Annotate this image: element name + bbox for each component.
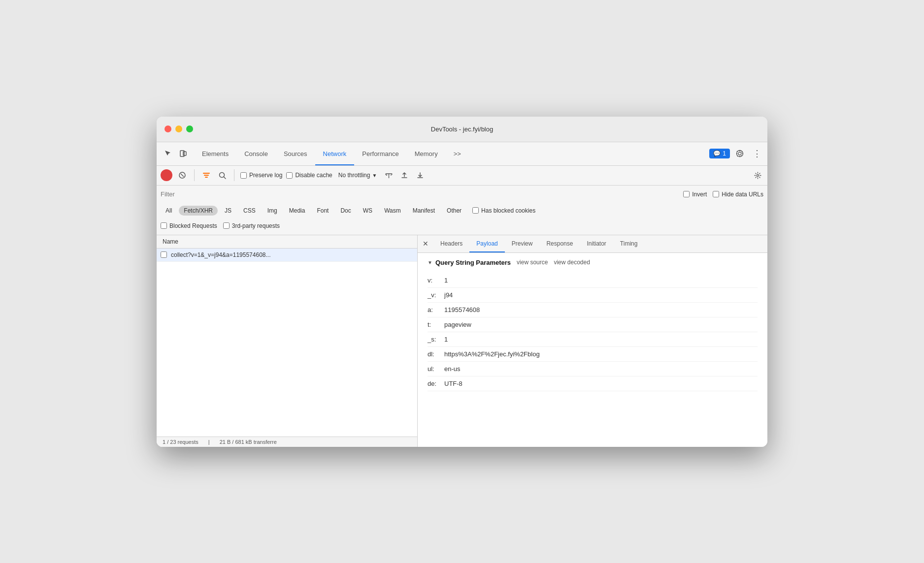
network-gear-icon[interactable] [752, 169, 763, 181]
tab-nav: Elements Console Sources Network Perform… [194, 142, 709, 165]
filter-bar: Invert Hide data URLs All Fetch/XHR JS C… [157, 186, 767, 235]
filter-ws[interactable]: WS [358, 206, 377, 216]
minimize-button[interactable] [175, 125, 182, 132]
filter-doc[interactable]: Doc [335, 206, 356, 216]
maximize-button[interactable] [186, 125, 193, 132]
invert-checkbox[interactable] [683, 191, 690, 197]
requests-panel: Name collect?v=1&_v=j94&a=1195574608... … [157, 235, 418, 447]
filter-other[interactable]: Other [442, 206, 466, 216]
svg-line-5 [224, 177, 226, 179]
list-item: _s: 1 [428, 332, 758, 347]
toolbar-icons [161, 147, 190, 160]
window-title: DevTools - jec.fyi/blog [431, 125, 493, 133]
search-icon[interactable] [216, 169, 228, 181]
tab-performance[interactable]: Performance [354, 142, 406, 165]
blocked-cookies-label[interactable]: Has blocked cookies [472, 207, 535, 214]
more-options-icon[interactable]: ⋮ [750, 147, 763, 160]
filter-fetch-xhr[interactable]: Fetch/XHR [179, 206, 218, 216]
requests-list: collect?v=1&_v=j94&a=1195574608... [157, 249, 417, 437]
hide-data-urls-label[interactable]: Hide data URLs [713, 191, 763, 198]
divider2 [234, 169, 234, 181]
preserve-log-checkbox[interactable] [240, 172, 247, 179]
list-item: ul: en-us [428, 362, 758, 376]
blocked-requests-label[interactable]: Blocked Requests [161, 222, 217, 229]
request-checkbox[interactable] [161, 251, 167, 258]
list-item: t: pageview [428, 317, 758, 332]
disable-cache-checkbox[interactable] [286, 172, 293, 179]
throttle-dropdown[interactable]: No throttling ▼ [336, 171, 379, 180]
filter-wasm[interactable]: Wasm [379, 206, 406, 216]
content-area: Name collect?v=1&_v=j94&a=1195574608... … [157, 235, 767, 447]
tab-more[interactable]: >> [446, 142, 469, 165]
main-toolbar: Elements Console Sources Network Perform… [157, 142, 767, 166]
filter-js[interactable]: JS [220, 206, 236, 216]
tab-console[interactable]: Console [236, 142, 276, 165]
upload-icon[interactable] [398, 169, 410, 181]
preserve-log-label[interactable]: Preserve log [240, 172, 282, 179]
svg-line-3 [181, 174, 184, 177]
network-settings-icon[interactable] [383, 169, 395, 181]
filter-row2: All Fetch/XHR JS CSS Img Media Font Doc … [161, 203, 763, 220]
list-item: dl: https%3A%2F%2Fjec.fyi%2Fblog [428, 347, 758, 362]
filter-input[interactable] [161, 190, 679, 198]
blocked-cookies-checkbox[interactable] [472, 207, 479, 214]
details-tabs: ✕ Headers Payload Preview Response Initi… [418, 235, 767, 253]
details-panel: ✕ Headers Payload Preview Response Initi… [418, 235, 767, 447]
devtools-window: DevTools - jec.fyi/blog Elements Console [157, 117, 767, 447]
toolbar-right: 💬 1 ⋮ [709, 147, 763, 160]
download-icon[interactable] [414, 169, 426, 181]
triangle-icon: ▼ [428, 260, 432, 265]
chat-badge[interactable]: 💬 1 [709, 149, 730, 158]
tab-response[interactable]: Response [539, 235, 580, 252]
tab-timing[interactable]: Timing [613, 235, 645, 252]
inspect-icon[interactable] [161, 147, 174, 160]
tab-elements[interactable]: Elements [194, 142, 236, 165]
invert-label[interactable]: Invert [683, 191, 707, 198]
filter-css[interactable]: CSS [238, 206, 261, 216]
payload-content: ▼ Query String Parameters view source vi… [418, 253, 767, 447]
view-decoded-link[interactable]: view decoded [554, 259, 590, 266]
tab-network[interactable]: Network [315, 142, 355, 165]
settings-icon[interactable] [733, 147, 747, 160]
requests-header: Name [157, 235, 417, 249]
tab-headers[interactable]: Headers [433, 235, 469, 252]
tab-sources[interactable]: Sources [276, 142, 315, 165]
filter-icon[interactable] [200, 169, 212, 181]
list-item: _v: j94 [428, 288, 758, 303]
filter-row3: Blocked Requests 3rd-party requests [161, 220, 763, 235]
list-item: a: 1195574608 [428, 303, 758, 317]
filter-manifest[interactable]: Manifest [408, 206, 440, 216]
svg-rect-1 [183, 152, 186, 156]
titlebar: DevTools - jec.fyi/blog [157, 117, 767, 142]
tab-payload[interactable]: Payload [469, 235, 504, 252]
record-button[interactable] [161, 169, 172, 181]
chevron-down-icon: ▼ [372, 173, 377, 178]
traffic-lights [165, 125, 193, 132]
view-source-link[interactable]: view source [517, 259, 548, 266]
filter-all[interactable]: All [161, 206, 177, 216]
tab-memory[interactable]: Memory [407, 142, 446, 165]
payload-section-title: ▼ Query String Parameters [428, 259, 511, 266]
payload-section-header: ▼ Query String Parameters view source vi… [428, 259, 758, 266]
list-item: v: 1 [428, 273, 758, 288]
table-row[interactable]: collect?v=1&_v=j94&a=1195574608... [157, 249, 417, 262]
tab-initiator[interactable]: Initiator [580, 235, 613, 252]
clear-icon[interactable] [176, 169, 188, 181]
divider [194, 169, 195, 181]
device-toolbar-icon[interactable] [176, 147, 190, 160]
third-party-checkbox[interactable] [223, 222, 230, 229]
tab-preview[interactable]: Preview [505, 235, 540, 252]
blocked-requests-checkbox[interactable] [161, 222, 167, 229]
status-bar: 1 / 23 requests | 21 B / 681 kB transfer… [157, 437, 417, 447]
filter-img[interactable]: Img [263, 206, 282, 216]
filter-options: Invert Hide data URLs [683, 191, 763, 198]
disable-cache-label[interactable]: Disable cache [286, 172, 332, 179]
third-party-label[interactable]: 3rd-party requests [223, 222, 280, 229]
filter-font[interactable]: Font [312, 206, 333, 216]
hide-data-urls-checkbox[interactable] [713, 191, 719, 197]
close-button[interactable] [165, 125, 171, 132]
close-detail-icon[interactable]: ✕ [420, 238, 431, 250]
filter-media[interactable]: Media [284, 206, 310, 216]
filter-row1: Invert Hide data URLs [161, 186, 763, 203]
network-toolbar: Preserve log Disable cache No throttling… [157, 166, 767, 186]
